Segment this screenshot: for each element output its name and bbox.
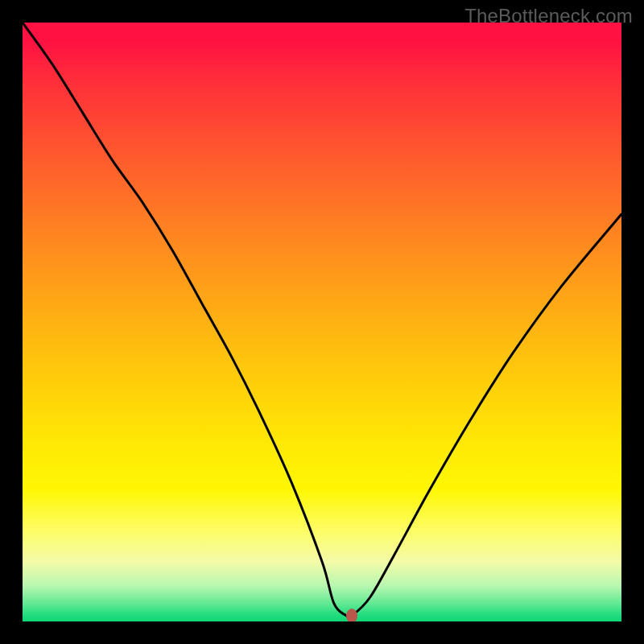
bottleneck-curve: [23, 23, 621, 621]
plot-area: [23, 23, 621, 621]
optimal-point-marker: [346, 609, 357, 621]
watermark-text: TheBottleneck.com: [464, 5, 633, 27]
chart-frame: TheBottleneck.com: [0, 0, 644, 644]
